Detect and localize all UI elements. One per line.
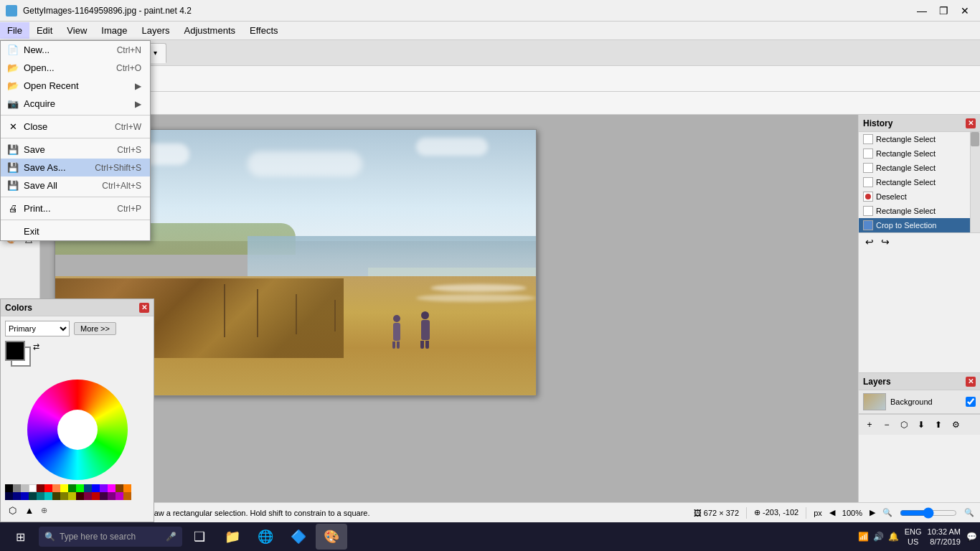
layers-merge-button[interactable]: ⬇ <box>913 417 929 433</box>
remove-color-icon[interactable]: ▲ <box>22 503 37 517</box>
palette-cell[interactable] <box>21 492 29 500</box>
zoom-minus-icon[interactable]: 🔍 <box>882 508 892 517</box>
palette-cell[interactable] <box>123 492 131 500</box>
redo-button[interactable]: ↪ <box>879 235 892 248</box>
color-settings-icon[interactable]: ⊕ <box>41 506 47 515</box>
menu-item-new[interactable]: 📄 New... Ctrl+N <box>1 41 150 59</box>
taskbar-chrome[interactable]: 🌐 <box>250 524 281 550</box>
palette-cell[interactable] <box>37 492 44 500</box>
palette-cell[interactable] <box>13 492 21 500</box>
taskbar-clock[interactable]: 10:32 AM 8/7/2019 <box>928 527 961 547</box>
palette-cell[interactable] <box>92 492 100 500</box>
layer-visibility-checkbox-1[interactable] <box>966 397 976 407</box>
palette-cell[interactable] <box>116 492 123 500</box>
history-item-1[interactable]: Rectangle Select <box>859 132 970 146</box>
palette-cell[interactable] <box>76 484 84 492</box>
history-item-2[interactable]: Rectangle Select <box>859 146 970 161</box>
zoom-arrow-2[interactable]: ▶ <box>870 508 875 517</box>
palette-cell[interactable] <box>108 484 116 492</box>
palette-cell[interactable] <box>68 484 76 492</box>
minimize-button[interactable]: — <box>913 1 931 20</box>
menu-item-save-as[interactable]: 💾 Save As... Ctrl+Shift+S <box>1 159 150 176</box>
palette-cell[interactable] <box>108 492 116 500</box>
palette-cell[interactable] <box>84 492 92 500</box>
history-item-5[interactable]: Deselect <box>859 189 970 204</box>
palette-cell[interactable] <box>37 484 44 492</box>
palette-cell[interactable] <box>13 484 21 492</box>
add-color-icon[interactable]: ⬡ <box>5 503 19 517</box>
palette-cell[interactable] <box>100 492 108 500</box>
zoom-slider[interactable] <box>900 507 957 519</box>
taskbar-search[interactable]: 🔍 Type here to search 🎤 <box>39 527 182 547</box>
layers-moveup-button[interactable]: ⬆ <box>930 417 946 433</box>
palette-cell[interactable] <box>68 492 76 500</box>
taskbar-edge[interactable]: 🔷 <box>283 524 314 550</box>
color-wheel[interactable] <box>27 380 128 480</box>
history-close-button[interactable]: ✕ <box>966 118 976 128</box>
layers-close-button[interactable]: ✕ <box>966 377 976 387</box>
palette-cell[interactable] <box>44 492 52 500</box>
menu-item-close[interactable]: ✕ Close Ctrl+W <box>1 118 150 136</box>
microphone-icon[interactable]: 🎤 <box>166 532 176 542</box>
start-button[interactable]: ⊞ <box>3 524 37 550</box>
notification-icon[interactable]: 🔔 <box>888 532 899 542</box>
menu-item-exit[interactable]: Exit <box>1 222 150 240</box>
palette-cell[interactable] <box>29 492 37 500</box>
swap-colors-icon[interactable]: ⇄ <box>33 342 39 352</box>
palette-cell[interactable] <box>52 492 60 500</box>
undo-button[interactable]: ↩ <box>863 235 876 248</box>
history-item-7[interactable]: Crop to Selection <box>859 218 970 232</box>
history-item-4[interactable]: Rectangle Select <box>859 175 970 189</box>
colors-close-button[interactable]: ✕ <box>139 303 149 313</box>
palette-cell[interactable] <box>44 484 52 492</box>
palette-cell[interactable] <box>21 484 29 492</box>
palette-cell[interactable] <box>29 484 37 492</box>
color-mode-select[interactable]: Primary Secondary <box>5 321 70 336</box>
taskbar-paint-net[interactable]: 🎨 <box>316 524 347 550</box>
palette-cell[interactable] <box>100 484 108 492</box>
close-button[interactable]: ✕ <box>956 1 974 20</box>
layers-duplicate-button[interactable]: ⬡ <box>896 417 912 433</box>
palette-cell[interactable] <box>116 484 123 492</box>
network-icon[interactable]: 📶 <box>858 532 869 542</box>
menu-edit[interactable]: Edit <box>29 22 60 39</box>
colors-more-button[interactable]: More >> <box>74 322 116 335</box>
language-indicator[interactable]: ENG US <box>905 527 922 547</box>
palette-cell[interactable] <box>52 484 60 492</box>
history-item-6[interactable]: Rectangle Select <box>859 204 970 218</box>
menu-item-acquire[interactable]: 📷 Acquire ▶ <box>1 95 150 113</box>
canvas-area[interactable] <box>40 115 858 502</box>
layer-item-1[interactable]: Background <box>859 390 980 414</box>
layers-delete-button[interactable]: − <box>879 417 895 433</box>
menu-effects[interactable]: Effects <box>242 22 286 39</box>
palette-cell[interactable] <box>5 492 13 500</box>
zoom-arrow-1[interactable]: ◀ <box>829 508 835 517</box>
menu-item-save-all[interactable]: 💾 Save All Ctrl+Alt+S <box>1 176 150 194</box>
palette-cell[interactable] <box>5 484 13 492</box>
menu-layers[interactable]: Layers <box>134 22 176 39</box>
palette-cell[interactable] <box>123 484 131 492</box>
palette-cell[interactable] <box>76 492 84 500</box>
menu-item-open-recent[interactable]: 📂 Open Recent ▶ <box>1 77 150 95</box>
zoom-plus-icon[interactable]: 🔍 <box>964 508 974 517</box>
action-center-icon[interactable]: 💬 <box>966 532 977 542</box>
palette-cell[interactable] <box>60 492 68 500</box>
history-item-3[interactable]: Rectangle Select <box>859 161 970 175</box>
menu-item-open[interactable]: 📂 Open... Ctrl+O <box>1 59 150 77</box>
menu-adjustments[interactable]: Adjustments <box>176 22 242 39</box>
layers-properties-button[interactable]: ⚙ <box>948 417 963 433</box>
palette-cell[interactable] <box>60 484 68 492</box>
menu-item-save[interactable]: 💾 Save Ctrl+S <box>1 141 150 159</box>
palette-cell[interactable] <box>92 484 100 492</box>
maximize-button[interactable]: ❐ <box>934 1 953 20</box>
menu-file[interactable]: File <box>0 22 29 39</box>
taskbar-file-explorer[interactable]: 📁 <box>217 524 248 550</box>
palette-cell[interactable] <box>84 484 92 492</box>
menu-view[interactable]: View <box>60 22 94 39</box>
primary-color-swatch[interactable] <box>5 341 25 361</box>
tab-dropdown-icon[interactable]: ▾ <box>154 49 157 57</box>
task-view-button[interactable]: ❑ <box>184 524 215 550</box>
menu-item-print[interactable]: 🖨 Print... Ctrl+P <box>1 199 150 217</box>
volume-icon[interactable]: 🔊 <box>873 532 884 542</box>
layers-add-button[interactable]: + <box>862 417 877 433</box>
